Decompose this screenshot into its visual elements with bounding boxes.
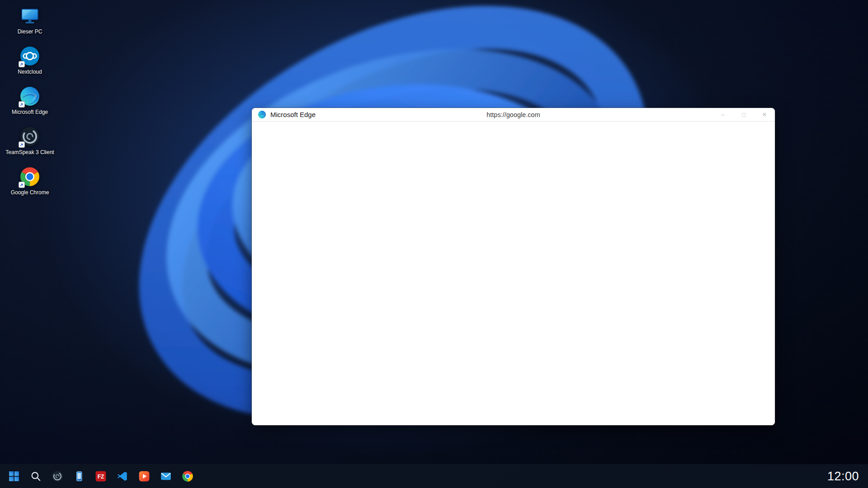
desktop-icon-dieser-pc[interactable]: Dieser PC [6,4,53,37]
desktop-screen: Dieser PC Nextcloud [0,0,868,488]
chrome-icon [182,470,193,482]
window-controls: – □ ✕ [712,108,775,121]
media-player-icon [138,470,150,482]
desktop-icon-list: Dieser PC Nextcloud [6,4,53,197]
desktop-icon-nextcloud[interactable]: Nextcloud [6,44,53,77]
vscode-icon [117,470,128,482]
desktop-icon-teamspeak[interactable]: TeamSpeak 3 Client [6,124,53,157]
taskbar-item-phone-link[interactable] [69,466,89,487]
taskbar-item-teamspeak[interactable] [47,466,67,487]
desktop-icon-label: Microsoft Edge [12,109,48,115]
search-icon [30,470,42,482]
taskbar-item-mail[interactable] [156,466,176,487]
taskbar-item-chrome[interactable] [177,466,198,487]
filezilla-text: FZ [97,474,104,480]
edge-window: Microsoft Edge https://google.com – □ ✕ [252,108,775,425]
taskbar-item-media-player[interactable] [134,466,154,487]
window-url-text: https://google.com [486,111,540,118]
shortcut-arrow-icon [19,101,25,108]
window-titlebar[interactable]: Microsoft Edge https://google.com – □ ✕ [252,108,775,122]
phone-link-icon [73,470,85,482]
taskbar-clock[interactable]: 12:00 [827,469,859,483]
titlebar-left: Microsoft Edge [252,110,316,119]
close-button[interactable]: ✕ [754,108,775,121]
desktop-icon-label: Google Chrome [11,189,49,196]
window-title: Microsoft Edge [270,111,316,118]
window-content [252,122,775,425]
mail-icon [160,470,172,482]
taskbar-items: FZ [4,466,198,487]
desktop-icon-microsoft-edge[interactable]: Microsoft Edge [6,84,53,117]
shortcut-arrow-icon [19,141,25,148]
windows-start-icon [8,470,20,482]
taskbar-item-vscode[interactable] [112,466,132,487]
taskbar-item-filezilla[interactable]: FZ [90,466,111,487]
search-button[interactable] [25,466,46,487]
shortcut-arrow-icon [19,61,25,67]
desktop-icon-google-chrome[interactable]: Google Chrome [6,164,53,197]
this-pc-icon [19,5,40,26]
teamspeak-icon [52,470,63,482]
desktop-icon-label: Dieser PC [18,28,42,35]
edge-logo-icon [258,110,266,119]
desktop-icon-label: TeamSpeak 3 Client [5,149,54,155]
filezilla-icon: FZ [95,470,107,482]
start-button[interactable] [4,466,24,487]
desktop-icon-label: Nextcloud [18,69,42,75]
minimize-button[interactable]: – [712,108,733,121]
taskbar: FZ [0,465,868,488]
shortcut-arrow-icon [19,182,25,188]
maximize-button[interactable]: □ [733,108,754,121]
